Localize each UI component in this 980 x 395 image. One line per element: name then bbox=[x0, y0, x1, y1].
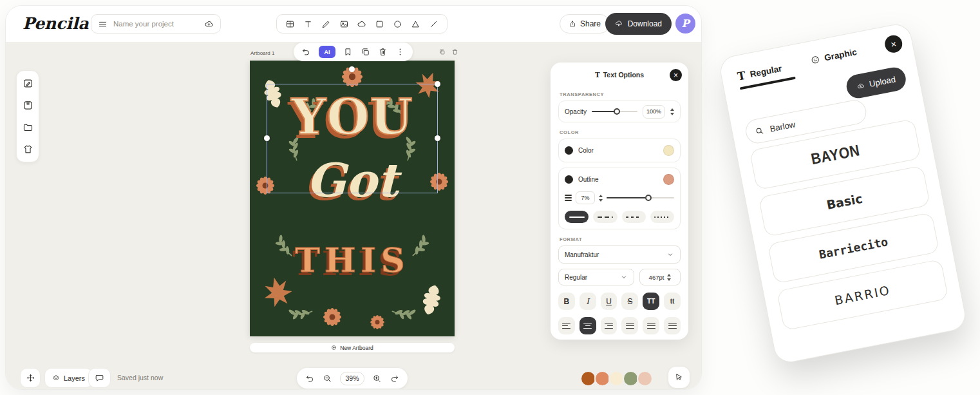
line-tool-icon[interactable] bbox=[429, 19, 438, 29]
align-left-button[interactable] bbox=[558, 317, 575, 334]
more-options-icon[interactable] bbox=[395, 47, 405, 57]
outline-label: Outline bbox=[578, 176, 599, 183]
alignment-row bbox=[558, 317, 681, 334]
layers-icon bbox=[52, 374, 60, 382]
font-family-select[interactable]: Manufraktur bbox=[558, 246, 681, 264]
corner-handle[interactable] bbox=[435, 81, 440, 87]
delete-artboard-icon[interactable] bbox=[451, 48, 458, 55]
stroke-dash-medium-button[interactable] bbox=[622, 211, 646, 223]
fill-color-swatch[interactable] bbox=[663, 145, 674, 156]
project-name-input[interactable] bbox=[113, 20, 198, 28]
tshirt-icon[interactable] bbox=[23, 144, 33, 155]
font-name: Barriecito bbox=[818, 235, 889, 261]
artboard[interactable]: YOU Got THIS bbox=[250, 61, 455, 336]
align-justify-button[interactable] bbox=[621, 317, 638, 334]
cloud-tool-icon[interactable] bbox=[357, 19, 366, 29]
uppercase-button[interactable]: TT bbox=[643, 293, 659, 310]
zoom-in-icon[interactable] bbox=[372, 374, 382, 383]
palette-swatch[interactable] bbox=[637, 371, 653, 387]
opacity-slider[interactable] bbox=[592, 111, 637, 112]
tab-graphic[interactable]: Graphic bbox=[809, 47, 859, 75]
outline-width-value[interactable]: 7% bbox=[576, 191, 595, 204]
share-label: Share bbox=[580, 19, 601, 28]
underline-button[interactable]: U bbox=[601, 293, 617, 310]
font-size-stepper[interactable] bbox=[667, 274, 671, 281]
fill-color-icon bbox=[565, 146, 573, 155]
cloud-upload-icon bbox=[856, 81, 865, 90]
share-icon bbox=[569, 20, 576, 28]
stroke-dotted-button[interactable] bbox=[650, 211, 674, 223]
rotate-handle[interactable] bbox=[349, 66, 355, 72]
strikethrough-button[interactable]: S bbox=[621, 293, 638, 310]
app-window: Pencila Share Downl bbox=[5, 5, 702, 390]
font-name: BARRIO bbox=[833, 282, 892, 307]
font-weight-value: Regular bbox=[565, 274, 587, 281]
edit-square-icon[interactable] bbox=[23, 78, 33, 89]
close-font-panel-button[interactable]: × bbox=[883, 34, 904, 54]
outline-width-slider[interactable] bbox=[607, 197, 674, 198]
opacity-value[interactable]: 100% bbox=[643, 105, 665, 119]
tab-regular[interactable]: T Regular bbox=[737, 59, 796, 90]
move-tool-button[interactable] bbox=[20, 368, 41, 388]
comment-button[interactable] bbox=[88, 368, 111, 388]
close-panel-button[interactable]: × bbox=[670, 69, 682, 81]
table-tool-icon[interactable] bbox=[285, 19, 295, 29]
circle-tool-icon[interactable] bbox=[393, 19, 402, 29]
select-tool-button[interactable] bbox=[668, 367, 690, 388]
stroke-width-icon bbox=[565, 195, 572, 201]
align-right-button[interactable] bbox=[601, 317, 617, 334]
folder-icon[interactable] bbox=[23, 122, 33, 133]
layers-button[interactable]: Layers bbox=[44, 368, 93, 388]
list-bullet-button[interactable] bbox=[643, 317, 659, 334]
font-weight-select[interactable]: Regular bbox=[558, 269, 634, 285]
triangle-tool-icon[interactable] bbox=[411, 19, 420, 29]
duplicate-artboard-icon[interactable] bbox=[438, 48, 446, 55]
square-tool-icon[interactable] bbox=[375, 19, 384, 29]
outline-slider-thumb[interactable] bbox=[645, 195, 652, 201]
project-name-field[interactable] bbox=[91, 14, 221, 34]
trash-icon[interactable] bbox=[378, 47, 388, 57]
bookmark-file-icon[interactable] bbox=[23, 100, 33, 111]
hamburger-icon[interactable] bbox=[98, 19, 108, 29]
undo-icon[interactable] bbox=[301, 47, 311, 57]
share-button[interactable]: Share bbox=[560, 14, 610, 34]
lowercase-button[interactable]: tt bbox=[664, 293, 681, 310]
new-artboard-button[interactable]: New Artboard bbox=[250, 343, 455, 352]
bold-button[interactable]: B bbox=[558, 293, 575, 310]
text-tool-icon[interactable] bbox=[303, 19, 313, 29]
download-button[interactable]: Download bbox=[605, 13, 672, 35]
text-options-panel: T Text Options × TRANSPARENCY Opacity 10… bbox=[551, 63, 688, 340]
opacity-stepper[interactable] bbox=[670, 108, 674, 115]
font-search-input[interactable] bbox=[769, 110, 840, 133]
upload-font-button[interactable]: Upload bbox=[844, 65, 908, 100]
right-side-handle[interactable] bbox=[435, 135, 440, 141]
ai-button[interactable]: AI bbox=[319, 46, 335, 58]
duplicate-icon[interactable] bbox=[361, 47, 370, 57]
account-avatar[interactable]: P bbox=[675, 14, 695, 34]
left-side-handle[interactable] bbox=[264, 135, 270, 141]
outline-color-icon bbox=[565, 175, 573, 184]
outline-width-stepper[interactable] bbox=[599, 195, 603, 202]
artboard-label[interactable]: Artboard 1 bbox=[250, 50, 274, 56]
italic-button[interactable]: I bbox=[580, 293, 596, 310]
outline-color-swatch[interactable] bbox=[663, 174, 674, 185]
plus-circle-icon bbox=[331, 345, 337, 351]
zoom-out-icon[interactable] bbox=[323, 374, 332, 383]
pen-tool-icon[interactable] bbox=[321, 19, 331, 29]
poster-text-this[interactable]: THIS bbox=[250, 244, 455, 277]
stroke-dashed-button[interactable] bbox=[593, 211, 617, 223]
download-label: Download bbox=[628, 19, 662, 28]
stroke-solid-button[interactable] bbox=[565, 211, 589, 223]
opacity-slider-thumb[interactable] bbox=[614, 108, 620, 115]
text-icon: T bbox=[595, 71, 600, 79]
cloud-upload-icon[interactable] bbox=[204, 19, 214, 29]
align-center-button[interactable] bbox=[580, 317, 596, 334]
bookmark-icon[interactable] bbox=[343, 47, 353, 57]
font-size-field[interactable]: 467pt bbox=[639, 269, 681, 285]
list-number-button[interactable] bbox=[664, 317, 681, 334]
zoom-level[interactable]: 39% bbox=[340, 372, 364, 385]
image-tool-icon[interactable] bbox=[339, 19, 349, 29]
selection-box[interactable] bbox=[267, 84, 438, 193]
undo-icon[interactable] bbox=[305, 374, 315, 383]
redo-icon[interactable] bbox=[390, 374, 399, 383]
